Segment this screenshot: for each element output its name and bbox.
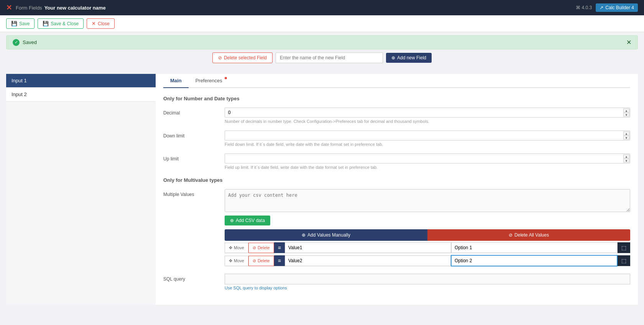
add-field-button[interactable]: ⊕ Add new Field	[386, 53, 432, 63]
saved-text: Saved	[23, 39, 37, 45]
sidebar-item-input2[interactable]: Input 2	[6, 88, 156, 101]
list-icon-2: ≡	[278, 258, 281, 264]
field-action-bar: ⊘ Delete selected Field ⊕ Add new Field	[0, 52, 644, 63]
save-close-button[interactable]: 💾 Save & Close	[38, 18, 84, 29]
down-limit-control: ▲ ▼ Field down limit. If it`s date field…	[225, 131, 630, 147]
down-limit-up-spinner[interactable]: ▲	[623, 132, 629, 136]
tab-extra[interactable]	[229, 74, 243, 88]
up-limit-label: Up limit	[163, 154, 225, 162]
add-csv-button[interactable]: ⊕ Add CSV data	[225, 216, 270, 225]
move-button-1[interactable]: ✥ Move	[225, 243, 248, 253]
multivalue-section-title: Only for Multivalue types	[163, 177, 630, 183]
up-limit-hint: Field up limit. If it`s date field, writ…	[225, 165, 630, 170]
top-bar-left: ✕ Form Fields Your new calculator name	[6, 3, 106, 12]
value-row-2: ✥ Move ⊘ Delete ≡	[225, 255, 630, 267]
saved-notification-content: ✓ Saved	[13, 39, 37, 46]
option-input-1[interactable]	[451, 242, 618, 253]
decimal-control: ▲ ▼ Number of decimals in number type. C…	[225, 108, 630, 124]
multiple-values-label: Multiple Values	[163, 189, 225, 197]
up-limit-down-spinner[interactable]: ▼	[623, 159, 629, 163]
up-limit-control: ▲ ▼ Field up limit. If it`s date field, …	[225, 154, 630, 170]
sidebar-item-input1[interactable]: Input 1	[6, 74, 156, 88]
decimal-input-wrapper: ▲ ▼	[225, 108, 630, 118]
delete-icon: ⊘	[218, 55, 222, 60]
top-bar: ✕ Form Fields Your new calculator name ⌘…	[0, 0, 644, 15]
check-icon: ✓	[13, 39, 20, 46]
value-input-2[interactable]	[285, 255, 451, 266]
external-link-icon: ↗	[600, 5, 603, 10]
list-icon-button-1[interactable]: ≡	[274, 242, 285, 253]
down-limit-down-spinner[interactable]: ▼	[623, 136, 629, 140]
decimal-up-spinner[interactable]: ▲	[623, 109, 629, 113]
toolbar: 💾 Save 💾 Save & Close ✕ Close	[0, 15, 644, 32]
calculator-name-label: Your new calculator name	[44, 5, 106, 11]
decimal-input[interactable]	[225, 108, 630, 118]
option-input-2[interactable]	[451, 255, 618, 266]
plus-values-icon: ⊕	[302, 232, 306, 238]
up-limit-input[interactable]	[225, 154, 630, 163]
monitor-icon-1: ⬚	[621, 245, 626, 251]
add-values-manually-button[interactable]: ⊕ Add Values Manually	[225, 229, 427, 241]
delete-value-button-2[interactable]: ⊘ Delete	[248, 256, 274, 266]
down-limit-spinners: ▲ ▼	[623, 132, 629, 140]
field-name-input[interactable]	[276, 52, 383, 63]
multiple-values-control: ⊕ Add CSV data ⊕ Add Values Manually ⊘	[225, 189, 630, 267]
sql-hint: Use SQL query to display options	[225, 286, 630, 290]
decimal-label: Decimal	[163, 108, 225, 116]
value-row-1: ✥ Move ⊘ Delete ≡	[225, 242, 630, 253]
minus-icon: ⊘	[509, 232, 513, 238]
move-icon-1: ✥	[229, 245, 232, 250]
csv-textarea[interactable]	[225, 189, 630, 212]
delete-val-icon-2: ⊘	[253, 258, 256, 263]
sql-query-label: SQL query	[163, 274, 225, 282]
up-limit-row: Up limit ▲ ▼ Field up limit. If it`s dat…	[163, 154, 630, 170]
down-limit-row: Down limit ▲ ▼ Field down limit. If it`s…	[163, 131, 630, 147]
plus-icon: ⊕	[391, 55, 395, 60]
tab-main[interactable]: Main	[163, 74, 189, 88]
down-limit-input-wrapper: ▲ ▼	[225, 131, 630, 140]
multiple-values-row: Multiple Values ⊕ Add CSV data ⊕ Add Val…	[163, 189, 630, 267]
app-logo-icon: ✕	[6, 3, 12, 12]
delete-val-icon-1: ⊘	[253, 245, 256, 250]
up-limit-up-spinner[interactable]: ▲	[623, 155, 629, 158]
monitor-button-1[interactable]: ⬚	[618, 242, 630, 253]
save-icon: 💾	[11, 21, 17, 26]
monitor-button-2[interactable]: ⬚	[618, 255, 630, 266]
list-icon-1: ≡	[278, 245, 281, 251]
delete-value-button-1[interactable]: ⊘ Delete	[248, 243, 274, 253]
value-input-1[interactable]	[285, 242, 451, 253]
list-icon-button-2[interactable]: ≡	[274, 255, 285, 266]
move-icon-2: ✥	[229, 258, 232, 263]
decimal-row: Decimal ▲ ▼ Number of decimals in number…	[163, 108, 630, 124]
up-limit-spinners: ▲ ▼	[623, 155, 629, 163]
calc-builder-button[interactable]: ↗ Calc Builder 4	[596, 3, 638, 12]
top-bar-right: ⌘ 4.0.3 ↗ Calc Builder 4	[576, 3, 638, 12]
move-button-2[interactable]: ✥ Move	[225, 256, 248, 266]
saved-notification: ✓ Saved ✕	[6, 35, 638, 49]
tab-bar: Main Preferences	[163, 74, 630, 88]
down-limit-hint: Field down limit. If it`s date field, wr…	[225, 142, 630, 147]
down-limit-input[interactable]	[225, 131, 630, 140]
sql-query-input[interactable]	[225, 274, 630, 284]
plus-csv-icon: ⊕	[230, 218, 234, 223]
decimal-down-spinner[interactable]: ▼	[623, 113, 629, 117]
close-button[interactable]: ✕ Close	[87, 18, 115, 29]
save-button[interactable]: 💾 Save	[6, 18, 34, 29]
close-icon: ✕	[92, 21, 96, 26]
values-header: ⊕ Add Values Manually ⊘ Delete All Value…	[225, 229, 630, 241]
save-close-icon: 💾	[43, 21, 49, 26]
app-name-label: Form Fields	[16, 5, 42, 11]
notification-close-button[interactable]: ✕	[626, 39, 631, 46]
version-label: ⌘ 4.0.3	[576, 5, 592, 10]
sql-query-control: Use SQL query to display options	[225, 274, 630, 290]
number-date-section-title: Only for Number and Date types	[163, 96, 630, 101]
up-limit-input-wrapper: ▲ ▼	[225, 154, 630, 163]
decimal-spinners: ▲ ▼	[623, 109, 629, 117]
down-limit-label: Down limit	[163, 131, 225, 139]
delete-field-button[interactable]: ⊘ Delete selected Field	[212, 52, 273, 63]
main-content: Input 1 Input 2 Main Preferences O	[0, 68, 644, 311]
decimal-hint: Number of decimals in number type. Check…	[225, 119, 630, 124]
tab-preferences[interactable]: Preferences	[189, 74, 229, 88]
sql-query-row: SQL query Use SQL query to display optio…	[163, 274, 630, 290]
delete-all-values-button[interactable]: ⊘ Delete All Values	[427, 229, 630, 241]
